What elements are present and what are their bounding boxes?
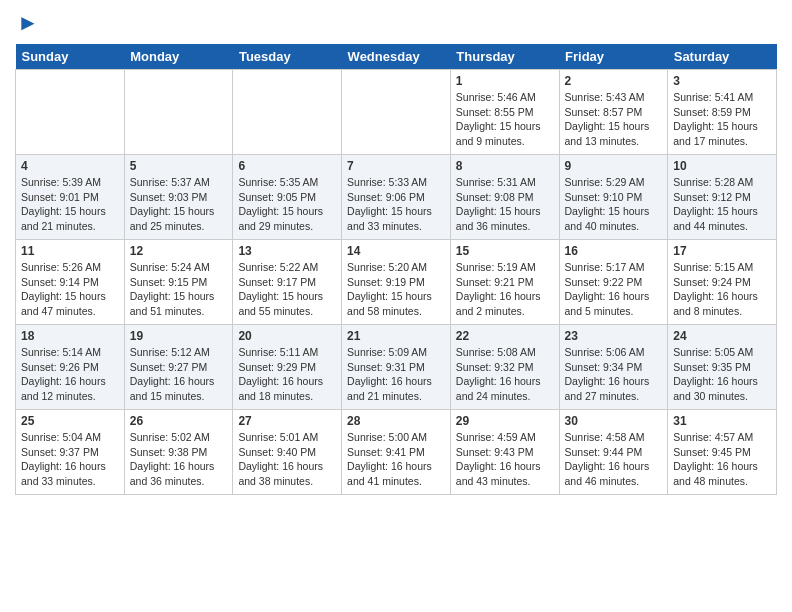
day-info: Sunrise: 5:14 AMSunset: 9:26 PMDaylight:… [21,345,119,404]
week-row-2: 4Sunrise: 5:39 AMSunset: 9:01 PMDaylight… [16,155,777,240]
weekday-header-sunday: Sunday [16,44,125,70]
weekday-header-tuesday: Tuesday [233,44,342,70]
day-info: Sunrise: 5:05 AMSunset: 9:35 PMDaylight:… [673,345,771,404]
day-number: 29 [456,414,554,428]
calendar-cell: 7Sunrise: 5:33 AMSunset: 9:06 PMDaylight… [342,155,451,240]
day-number: 6 [238,159,336,173]
day-info: Sunrise: 5:06 AMSunset: 9:34 PMDaylight:… [565,345,663,404]
day-info: Sunrise: 5:17 AMSunset: 9:22 PMDaylight:… [565,260,663,319]
day-number: 24 [673,329,771,343]
calendar-cell: 10Sunrise: 5:28 AMSunset: 9:12 PMDayligh… [668,155,777,240]
week-row-5: 25Sunrise: 5:04 AMSunset: 9:37 PMDayligh… [16,410,777,495]
calendar-table: SundayMondayTuesdayWednesdayThursdayFrid… [15,44,777,495]
day-info: Sunrise: 5:08 AMSunset: 9:32 PMDaylight:… [456,345,554,404]
calendar-cell: 1Sunrise: 5:46 AMSunset: 8:55 PMDaylight… [450,70,559,155]
day-info: Sunrise: 5:22 AMSunset: 9:17 PMDaylight:… [238,260,336,319]
day-info: Sunrise: 5:31 AMSunset: 9:08 PMDaylight:… [456,175,554,234]
calendar-cell: 16Sunrise: 5:17 AMSunset: 9:22 PMDayligh… [559,240,668,325]
day-number: 4 [21,159,119,173]
day-info: Sunrise: 5:04 AMSunset: 9:37 PMDaylight:… [21,430,119,489]
calendar-cell: 26Sunrise: 5:02 AMSunset: 9:38 PMDayligh… [124,410,233,495]
calendar-cell [342,70,451,155]
weekday-header-wednesday: Wednesday [342,44,451,70]
weekday-header-row: SundayMondayTuesdayWednesdayThursdayFrid… [16,44,777,70]
calendar-cell [16,70,125,155]
weekday-header-thursday: Thursday [450,44,559,70]
week-row-3: 11Sunrise: 5:26 AMSunset: 9:14 PMDayligh… [16,240,777,325]
weekday-header-saturday: Saturday [668,44,777,70]
calendar-cell: 11Sunrise: 5:26 AMSunset: 9:14 PMDayligh… [16,240,125,325]
calendar-cell: 27Sunrise: 5:01 AMSunset: 9:40 PMDayligh… [233,410,342,495]
day-info: Sunrise: 5:09 AMSunset: 9:31 PMDaylight:… [347,345,445,404]
day-info: Sunrise: 5:37 AMSunset: 9:03 PMDaylight:… [130,175,228,234]
day-info: Sunrise: 5:46 AMSunset: 8:55 PMDaylight:… [456,90,554,149]
weekday-header-monday: Monday [124,44,233,70]
calendar-cell: 2Sunrise: 5:43 AMSunset: 8:57 PMDaylight… [559,70,668,155]
calendar-cell: 21Sunrise: 5:09 AMSunset: 9:31 PMDayligh… [342,325,451,410]
day-number: 27 [238,414,336,428]
calendar-cell: 12Sunrise: 5:24 AMSunset: 9:15 PMDayligh… [124,240,233,325]
day-info: Sunrise: 5:26 AMSunset: 9:14 PMDaylight:… [21,260,119,319]
day-number: 2 [565,74,663,88]
day-info: Sunrise: 5:35 AMSunset: 9:05 PMDaylight:… [238,175,336,234]
day-number: 30 [565,414,663,428]
day-info: Sunrise: 5:28 AMSunset: 9:12 PMDaylight:… [673,175,771,234]
day-info: Sunrise: 5:01 AMSunset: 9:40 PMDaylight:… [238,430,336,489]
calendar-cell [124,70,233,155]
calendar-cell: 30Sunrise: 4:58 AMSunset: 9:44 PMDayligh… [559,410,668,495]
calendar-cell: 19Sunrise: 5:12 AMSunset: 9:27 PMDayligh… [124,325,233,410]
header: ► [15,10,777,36]
week-row-4: 18Sunrise: 5:14 AMSunset: 9:26 PMDayligh… [16,325,777,410]
day-number: 3 [673,74,771,88]
day-number: 10 [673,159,771,173]
calendar-cell: 8Sunrise: 5:31 AMSunset: 9:08 PMDaylight… [450,155,559,240]
weekday-header-friday: Friday [559,44,668,70]
day-number: 21 [347,329,445,343]
day-info: Sunrise: 5:02 AMSunset: 9:38 PMDaylight:… [130,430,228,489]
day-number: 19 [130,329,228,343]
day-info: Sunrise: 5:11 AMSunset: 9:29 PMDaylight:… [238,345,336,404]
day-info: Sunrise: 4:57 AMSunset: 9:45 PMDaylight:… [673,430,771,489]
day-number: 14 [347,244,445,258]
week-row-1: 1Sunrise: 5:46 AMSunset: 8:55 PMDaylight… [16,70,777,155]
day-info: Sunrise: 5:20 AMSunset: 9:19 PMDaylight:… [347,260,445,319]
day-info: Sunrise: 5:24 AMSunset: 9:15 PMDaylight:… [130,260,228,319]
day-number: 15 [456,244,554,258]
day-number: 28 [347,414,445,428]
calendar-container: ► SundayMondayTuesdayWednesdayThursdayFr… [0,0,792,510]
day-number: 12 [130,244,228,258]
day-info: Sunrise: 5:29 AMSunset: 9:10 PMDaylight:… [565,175,663,234]
calendar-cell: 18Sunrise: 5:14 AMSunset: 9:26 PMDayligh… [16,325,125,410]
calendar-cell: 6Sunrise: 5:35 AMSunset: 9:05 PMDaylight… [233,155,342,240]
calendar-cell: 15Sunrise: 5:19 AMSunset: 9:21 PMDayligh… [450,240,559,325]
calendar-cell: 17Sunrise: 5:15 AMSunset: 9:24 PMDayligh… [668,240,777,325]
day-info: Sunrise: 5:43 AMSunset: 8:57 PMDaylight:… [565,90,663,149]
day-info: Sunrise: 5:41 AMSunset: 8:59 PMDaylight:… [673,90,771,149]
day-number: 23 [565,329,663,343]
calendar-cell [233,70,342,155]
logo-icon: ► [17,10,39,36]
calendar-cell: 22Sunrise: 5:08 AMSunset: 9:32 PMDayligh… [450,325,559,410]
day-info: Sunrise: 4:58 AMSunset: 9:44 PMDaylight:… [565,430,663,489]
calendar-cell: 5Sunrise: 5:37 AMSunset: 9:03 PMDaylight… [124,155,233,240]
day-number: 16 [565,244,663,258]
day-info: Sunrise: 5:19 AMSunset: 9:21 PMDaylight:… [456,260,554,319]
day-number: 13 [238,244,336,258]
day-number: 7 [347,159,445,173]
day-number: 5 [130,159,228,173]
calendar-cell: 20Sunrise: 5:11 AMSunset: 9:29 PMDayligh… [233,325,342,410]
calendar-cell: 13Sunrise: 5:22 AMSunset: 9:17 PMDayligh… [233,240,342,325]
day-number: 25 [21,414,119,428]
calendar-cell: 3Sunrise: 5:41 AMSunset: 8:59 PMDaylight… [668,70,777,155]
calendar-cell: 4Sunrise: 5:39 AMSunset: 9:01 PMDaylight… [16,155,125,240]
day-info: Sunrise: 5:39 AMSunset: 9:01 PMDaylight:… [21,175,119,234]
calendar-cell: 31Sunrise: 4:57 AMSunset: 9:45 PMDayligh… [668,410,777,495]
day-info: Sunrise: 5:12 AMSunset: 9:27 PMDaylight:… [130,345,228,404]
day-number: 22 [456,329,554,343]
calendar-cell: 24Sunrise: 5:05 AMSunset: 9:35 PMDayligh… [668,325,777,410]
day-number: 26 [130,414,228,428]
calendar-cell: 9Sunrise: 5:29 AMSunset: 9:10 PMDaylight… [559,155,668,240]
calendar-cell: 23Sunrise: 5:06 AMSunset: 9:34 PMDayligh… [559,325,668,410]
day-info: Sunrise: 5:33 AMSunset: 9:06 PMDaylight:… [347,175,445,234]
calendar-cell: 14Sunrise: 5:20 AMSunset: 9:19 PMDayligh… [342,240,451,325]
